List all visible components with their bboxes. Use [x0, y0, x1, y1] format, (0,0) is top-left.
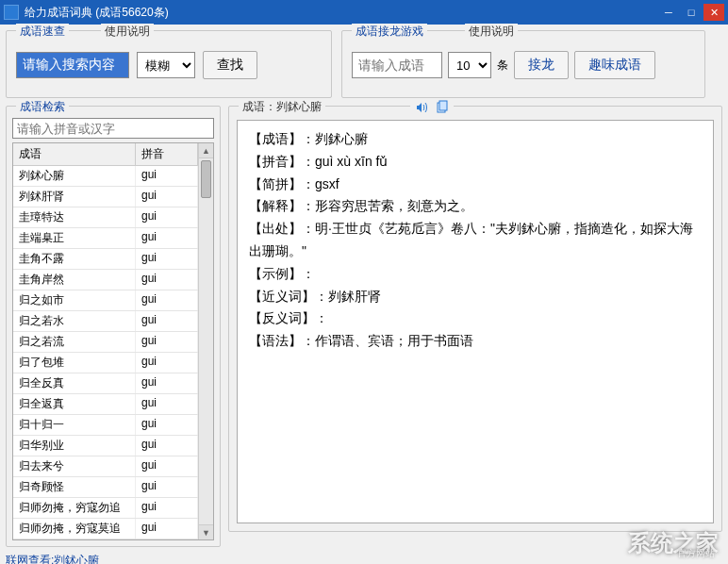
detail-line: 【拼音】：guì xù xīn fǔ [249, 151, 702, 174]
chain-game-title: 成语接龙游戏 [352, 24, 427, 40]
scrollbar[interactable]: ▲ ▼ [198, 143, 213, 539]
table-row[interactable]: 圭角岸然gui [13, 270, 198, 290]
cell-pinyin: gui [136, 249, 198, 269]
cell-pinyin: gui [136, 187, 198, 207]
close-button[interactable]: ✕ [703, 4, 724, 21]
table-row[interactable]: 刿鉥肝肾gui [13, 187, 198, 207]
col-idiom[interactable]: 成语 [13, 143, 136, 165]
chain-game-group: 成语接龙游戏 使用说明 10 条 接龙 趣味成语 [341, 30, 705, 98]
search-input[interactable] [16, 52, 129, 78]
cell-idiom: 圭璋特达 [13, 207, 136, 227]
app-body: 成语速查 使用说明 模糊 查找 成语接龙游戏 使用说明 10 条 接龙 趣味成语… [0, 25, 728, 564]
detail-line: 【简拼】：gsxf [249, 174, 702, 196]
quick-search-group: 成语速查 使用说明 模糊 查找 [6, 30, 332, 98]
right-column: 成语：刿鉥心腑 【成语】：刿鉥心腑【拼音】：guì xù xīn fǔ【简拼】：… [228, 106, 722, 532]
table-row[interactable]: 归十归一gui [13, 415, 198, 436]
main-content: 成语检索 成语 拼音 刿鉥心腑gui刿鉥肝肾gui圭璋特达gui圭端臬正gui圭… [6, 106, 722, 532]
window-title: 给力成语词典 (成语56620条) [25, 5, 658, 21]
index-group: 成语检索 成语 拼音 刿鉥心腑gui刿鉥肝肾gui圭璋特达gui圭端臬正gui圭… [6, 106, 221, 547]
detail-line: 【成语】：刿鉥心腑 [249, 128, 702, 151]
cell-idiom: 归之若水 [13, 311, 136, 331]
detail-line: 【解释】：形容穷思苦索，刻意为之。 [249, 195, 702, 218]
cell-idiom: 刿鉥心腑 [13, 166, 136, 186]
table-row[interactable]: 归师勿掩，穷寇勿追gui [13, 498, 198, 519]
cell-idiom: 归之若流 [13, 332, 136, 352]
detail-group: 成语：刿鉥心腑 【成语】：刿鉥心腑【拼音】：guì xù xīn fǔ【简拼】：… [228, 106, 722, 532]
cell-idiom: 归十归一 [13, 415, 136, 435]
index-search-input[interactable] [12, 118, 214, 139]
maximize-button[interactable]: □ [681, 4, 702, 21]
cell-idiom: 归奇顾怪 [13, 477, 136, 497]
cell-pinyin: gui [136, 373, 198, 393]
detail-line: 【出处】：明·王世贞《艺苑卮言》卷八："夫刿鉥心腑，指摘造化，如探大海出珊瑚。" [249, 218, 702, 263]
table-row[interactable]: 圭璋特达gui [13, 207, 198, 228]
table-row[interactable]: 归全反真gui [13, 373, 198, 394]
cell-idiom: 归去来兮 [13, 456, 136, 476]
cell-idiom: 归华别业 [13, 436, 136, 456]
cell-pinyin: gui [136, 519, 198, 539]
top-toolbar: 成语速查 使用说明 模糊 查找 成语接龙游戏 使用说明 10 条 接龙 趣味成语 [6, 30, 722, 98]
window-controls: ─ □ ✕ [658, 4, 724, 21]
table-row[interactable]: 归全返真gui [13, 394, 198, 415]
detail-line: 【反义词】： [249, 307, 702, 330]
detail-line: 【语法】：作谓语、宾语；用于书面语 [249, 330, 702, 353]
table-row[interactable]: 刿鉥心腑gui [13, 166, 198, 187]
chain-count-select[interactable]: 10 [448, 52, 491, 78]
cell-idiom: 圭角岸然 [13, 270, 136, 290]
detail-line: 【示例】： [249, 263, 702, 286]
online-lookup-link[interactable]: 联网查看:刿鉥心腑 [6, 553, 221, 564]
left-column: 成语检索 成语 拼音 刿鉥心腑gui刿鉥肝肾gui圭璋特达gui圭端臬正gui圭… [6, 106, 221, 532]
cell-pinyin: gui [136, 415, 198, 435]
cell-idiom: 刿鉥肝肾 [13, 187, 136, 207]
cell-idiom: 归了包堆 [13, 353, 136, 373]
cell-idiom: 归师勿掩，穷寇勿追 [13, 498, 136, 518]
cell-idiom: 归师勿掩，穷寇莫追 [13, 519, 136, 539]
fun-idiom-button[interactable]: 趣味成语 [574, 51, 655, 79]
cell-idiom: 归之如市 [13, 290, 136, 310]
chain-go-button[interactable]: 接龙 [514, 51, 569, 79]
table-row[interactable]: 圭角不露gui [13, 249, 198, 270]
svg-rect-1 [439, 101, 447, 110]
chain-input[interactable] [352, 52, 442, 78]
cell-pinyin: gui [136, 228, 198, 248]
scroll-up-icon[interactable]: ▲ [199, 143, 213, 158]
chain-game-help[interactable]: 使用说明 [465, 24, 518, 40]
cell-pinyin: gui [136, 436, 198, 456]
titlebar: 给力成语词典 (成语56620条) ─ □ ✕ [0, 0, 728, 25]
table-row[interactable]: 归奇顾怪gui [13, 477, 198, 498]
col-pinyin[interactable]: 拼音 [136, 143, 198, 165]
cell-pinyin: gui [136, 166, 198, 186]
cell-pinyin: gui [136, 477, 198, 497]
minimize-button[interactable]: ─ [658, 4, 679, 21]
detail-line: 【近义词】：刿鉥肝肾 [249, 286, 702, 308]
idiom-table: 成语 拼音 刿鉥心腑gui刿鉥肝肾gui圭璋特达gui圭端臬正gui圭角不露gu… [13, 143, 198, 539]
table-row[interactable]: 归华别业gui [13, 436, 198, 456]
find-button[interactable]: 查找 [203, 51, 257, 79]
table-row[interactable]: 圭端臬正gui [13, 228, 198, 249]
table-row[interactable]: 归之若水gui [13, 311, 198, 332]
cell-pinyin: gui [136, 456, 198, 476]
detail-body[interactable]: 【成语】：刿鉥心腑【拼音】：guì xù xīn fǔ【简拼】：gsxf【解释】… [237, 120, 714, 523]
cell-pinyin: gui [136, 311, 198, 331]
scroll-thumb[interactable] [201, 160, 211, 198]
table-row[interactable]: 归之如市gui [13, 290, 198, 311]
idiom-table-wrap: 成语 拼音 刿鉥心腑gui刿鉥肝肾gui圭璋特达gui圭端臬正gui圭角不露gu… [12, 142, 214, 540]
table-row[interactable]: 归之若流gui [13, 332, 198, 353]
cell-idiom: 圭角不露 [13, 249, 136, 269]
cell-pinyin: gui [136, 332, 198, 352]
cell-idiom: 圭端臬正 [13, 228, 136, 248]
copy-icon[interactable] [435, 100, 450, 115]
search-mode-select[interactable]: 模糊 [137, 52, 195, 78]
table-row[interactable]: 归了包堆gui [13, 353, 198, 373]
cell-pinyin: gui [136, 207, 198, 227]
cell-idiom: 归全反真 [13, 373, 136, 393]
quick-search-help[interactable]: 使用说明 [101, 24, 154, 40]
table-row[interactable]: 归师勿掩，穷寇莫追gui [13, 519, 198, 539]
cell-pinyin: gui [136, 290, 198, 310]
scroll-down-icon[interactable]: ▼ [199, 524, 213, 539]
cell-pinyin: gui [136, 394, 198, 414]
sound-icon[interactable] [414, 100, 429, 115]
table-row[interactable]: 归去来兮gui [13, 456, 198, 477]
link-idiom: 刿鉥心腑 [54, 554, 99, 564]
chain-unit-label: 条 [497, 58, 508, 74]
